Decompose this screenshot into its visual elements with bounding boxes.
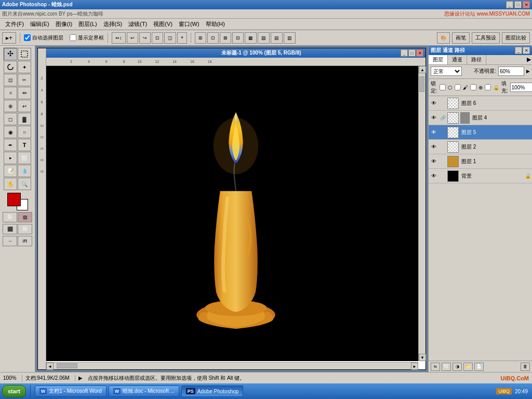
taskbar-doc-btn[interactable]: W 蜡烛.doc - Microsoft ... bbox=[109, 385, 179, 397]
show-bounds-checkbox[interactable]: 显示定界框 bbox=[70, 34, 104, 42]
menu-window[interactable]: 窗口(W) bbox=[176, 19, 203, 29]
align-btn-3[interactable]: ⊠ bbox=[220, 32, 231, 44]
lock-transparent-checkbox[interactable] bbox=[440, 84, 446, 90]
delete-layer-button[interactable]: 🗑 bbox=[521, 363, 530, 371]
start-button[interactable]: start bbox=[2, 385, 26, 397]
tool-presets-button[interactable]: 工具预设 bbox=[472, 32, 500, 44]
quick-mask-mode[interactable]: ▨ bbox=[18, 212, 32, 222]
selection-tool[interactable] bbox=[18, 48, 31, 60]
opacity-input[interactable] bbox=[498, 66, 524, 76]
transform-btn-1[interactable]: ⇔↕ bbox=[112, 32, 126, 44]
shape-tool[interactable]: ⬜ bbox=[18, 152, 31, 164]
transform-btn-5[interactable]: ◫ bbox=[164, 32, 176, 44]
menu-edit[interactable]: 编辑(E) bbox=[27, 19, 52, 29]
move-tool[interactable] bbox=[4, 48, 17, 60]
layer-1-link[interactable] bbox=[439, 157, 446, 166]
eyedropper-tool[interactable]: 💧 bbox=[18, 165, 31, 177]
eraser-tool[interactable]: ◻ bbox=[4, 113, 17, 125]
scroll-right-button[interactable]: ► bbox=[411, 363, 418, 370]
scroll-left-button[interactable]: ◄ bbox=[46, 363, 54, 370]
maximize-button[interactable]: □ bbox=[514, 1, 522, 8]
align-btn-1[interactable]: ⊞ bbox=[195, 32, 206, 44]
magic-wand-tool[interactable]: ✦ bbox=[18, 61, 31, 73]
color-selector[interactable] bbox=[7, 193, 28, 210]
layer-item-4[interactable]: 👁 🔗 图层 4 bbox=[429, 111, 532, 125]
scroll-up-button[interactable]: ▲ bbox=[419, 66, 426, 73]
dodge-tool[interactable]: ○ bbox=[18, 126, 31, 138]
layer-5-visibility[interactable]: 👁 bbox=[430, 128, 438, 137]
adjustment-layer-button[interactable]: ◑ bbox=[453, 363, 462, 371]
auto-select-checkbox[interactable]: 自动选择图层 bbox=[24, 34, 63, 42]
notes-tool[interactable]: 📝 bbox=[4, 165, 17, 177]
path-select-tool[interactable]: ▸ bbox=[4, 152, 17, 164]
transform-btn-6[interactable]: ⌖ bbox=[177, 32, 187, 44]
canvas-maximize-button[interactable]: □ bbox=[408, 49, 416, 57]
layer-item-bg[interactable]: 👁 背景 🔒 bbox=[429, 169, 532, 183]
brush-presets-button[interactable]: 画笔 bbox=[452, 32, 470, 44]
layer-compare-button[interactable]: 图层比较 bbox=[502, 32, 530, 44]
gradient-tool[interactable]: ▓ bbox=[18, 113, 31, 125]
layer-4-link[interactable]: 🔗 bbox=[439, 114, 446, 122]
crop-tool[interactable]: ⊡ bbox=[4, 74, 17, 86]
scroll-thumb-h[interactable] bbox=[57, 363, 77, 368]
canvas-close-button[interactable]: ✕ bbox=[416, 49, 423, 57]
horizontal-scrollbar[interactable]: ◄ ► bbox=[46, 362, 418, 369]
clone-tool[interactable]: ⊕ bbox=[4, 100, 17, 112]
screen-mode-1[interactable]: ⬛ bbox=[3, 224, 17, 234]
patch-tool[interactable]: ⌗ bbox=[4, 87, 17, 99]
layer-item-5[interactable]: 👁 图层 5 bbox=[429, 125, 532, 140]
lock-paint-checkbox[interactable] bbox=[455, 84, 461, 90]
menu-view[interactable]: 视图(V) bbox=[150, 19, 176, 29]
hand-tool[interactable]: ✋ bbox=[4, 178, 17, 190]
layer-styles-button[interactable]: fx bbox=[431, 363, 440, 371]
scroll-down-button[interactable]: ▼ bbox=[419, 354, 426, 361]
tab-channels[interactable]: 通道 bbox=[448, 55, 467, 64]
imageready-button[interactable]: IR bbox=[18, 236, 32, 246]
layer-item-2[interactable]: 👁 图层 2 bbox=[429, 140, 532, 154]
align-btn-8[interactable]: ▥ bbox=[284, 32, 296, 44]
palette-button[interactable]: 🎨 bbox=[437, 32, 450, 44]
panel-menu-button[interactable]: ▶ bbox=[526, 55, 532, 64]
taskbar-ps-btn[interactable]: PS Adobe Photoshop bbox=[181, 385, 244, 397]
menu-filter[interactable]: 滤镜(T) bbox=[125, 19, 150, 29]
jump-button[interactable]: → bbox=[3, 236, 17, 246]
brush-tool[interactable]: ✏ bbox=[18, 87, 31, 99]
align-btn-5[interactable]: ▦ bbox=[245, 32, 257, 44]
transform-btn-4[interactable]: ⊡ bbox=[152, 32, 163, 44]
lasso-tool[interactable] bbox=[4, 61, 17, 73]
menu-select[interactable]: 选择(S) bbox=[100, 19, 126, 29]
pen-tool[interactable]: ✒ bbox=[4, 139, 17, 151]
vertical-scrollbar[interactable]: ▲ ▼ bbox=[418, 66, 425, 361]
canvas-minimize-button[interactable]: _ bbox=[401, 49, 408, 57]
layer-6-visibility[interactable]: 👁 bbox=[430, 99, 438, 108]
align-btn-2[interactable]: ⊡ bbox=[207, 32, 219, 44]
blur-tool[interactable]: ◉ bbox=[4, 126, 17, 138]
menu-help[interactable]: 帮助(H) bbox=[203, 19, 228, 29]
menu-layer[interactable]: 图层(L) bbox=[75, 19, 100, 29]
layer-item-6[interactable]: 👁 图层 6 bbox=[429, 96, 532, 111]
panel-close-button[interactable]: ✕ bbox=[523, 47, 530, 54]
layer-6-link[interactable] bbox=[439, 99, 446, 108]
move-tool-button[interactable]: ▸+ bbox=[2, 32, 16, 44]
lock-move-checkbox[interactable] bbox=[470, 84, 476, 90]
show-bounds-input[interactable] bbox=[70, 34, 76, 41]
tab-paths[interactable]: 路径 bbox=[467, 55, 486, 64]
layer-bg-visibility[interactable]: 👁 bbox=[430, 172, 438, 180]
panel-minimize-button[interactable]: _ bbox=[515, 47, 522, 54]
transform-btn-3[interactable]: ↪ bbox=[139, 32, 151, 44]
standard-mode[interactable]: ⬜ bbox=[3, 212, 17, 222]
foreground-color[interactable] bbox=[7, 193, 21, 206]
close-button[interactable]: ✕ bbox=[523, 1, 530, 8]
align-btn-4[interactable]: ⊟ bbox=[232, 32, 244, 44]
opacity-arrow[interactable]: ▶ bbox=[526, 69, 530, 74]
menu-image[interactable]: 图像(I) bbox=[52, 19, 75, 29]
layer-1-visibility[interactable]: 👁 bbox=[430, 157, 438, 166]
minimize-button[interactable]: _ bbox=[506, 1, 513, 8]
lock-all-checkbox[interactable] bbox=[485, 84, 491, 90]
align-btn-7[interactable]: ▤ bbox=[271, 32, 283, 44]
tab-layers[interactable]: 图层 bbox=[429, 55, 448, 64]
history-brush-tool[interactable]: ↩ bbox=[18, 100, 31, 112]
scroll-thumb-v[interactable] bbox=[419, 76, 424, 92]
group-button[interactable]: 📁 bbox=[463, 363, 473, 371]
zoom-tool[interactable]: 🔍 bbox=[18, 178, 31, 190]
